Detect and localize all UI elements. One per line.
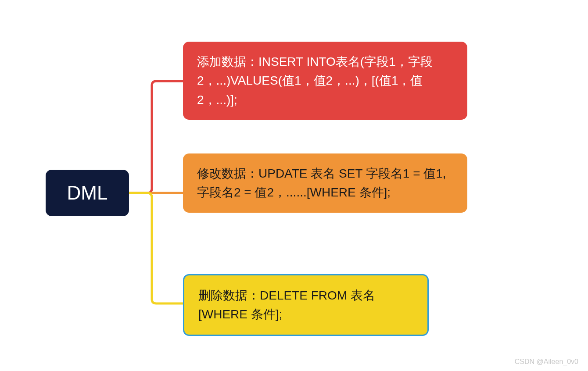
watermark-text: CSDN @Aileen_0v0 bbox=[515, 358, 578, 366]
child-node-insert: 添加数据：INSERT INTO表名(字段1，字段2，...)VALUES(值1… bbox=[183, 42, 467, 120]
child-node-delete: 删除数据：DELETE FROM 表名 [WHERE 条件]; bbox=[183, 274, 429, 336]
diagram-canvas: DML 添加数据：INSERT INTO表名(字段1，字段2，...)VALUE… bbox=[0, 0, 588, 371]
child-text-insert: 添加数据：INSERT INTO表名(字段1，字段2，...)VALUES(值1… bbox=[197, 55, 433, 107]
root-label: DML bbox=[67, 182, 108, 204]
child-node-update: 修改数据：UPDATE 表名 SET 字段名1 = 值1,字段名2 = 值2，.… bbox=[183, 153, 467, 213]
child-text-delete: 删除数据：DELETE FROM 表名 [WHERE 条件]; bbox=[198, 289, 375, 321]
child-text-update: 修改数据：UPDATE 表名 SET 字段名1 = 值1,字段名2 = 值2，.… bbox=[197, 167, 446, 199]
root-node-dml: DML bbox=[46, 170, 129, 216]
